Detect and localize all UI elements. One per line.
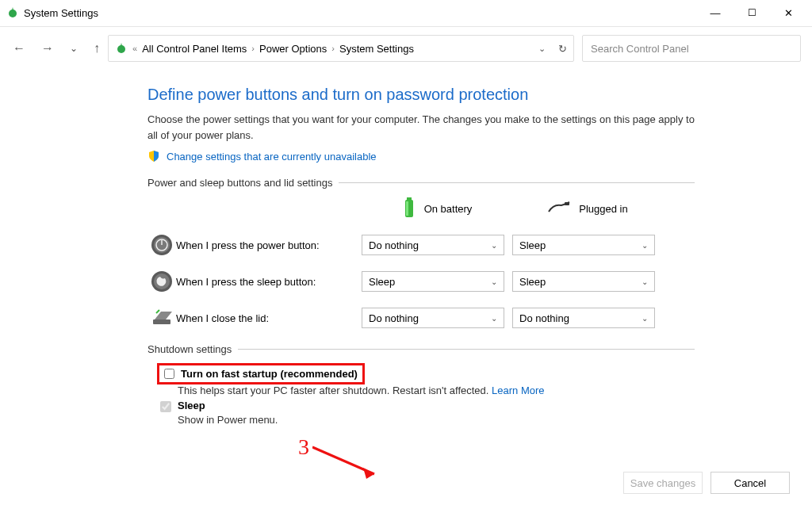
history-dropdown[interactable]: ⌄ [70, 43, 78, 54]
search-box[interactable] [582, 35, 801, 62]
power-column-headers: On battery Plugged in [147, 197, 788, 221]
chevron-right-icon: › [331, 44, 335, 53]
close-lid-label: When I close the lid: [176, 312, 362, 324]
close-lid-row: When I close the lid: Do nothing ⌄ Do no… [147, 305, 788, 331]
svg-rect-4 [406, 201, 408, 216]
sleep-button-plugged-select[interactable]: Sleep ⌄ [512, 271, 655, 292]
maximize-button[interactable]: ☐ [741, 7, 763, 19]
chevron-down-icon: ⌄ [642, 314, 648, 323]
chevron-down-icon: ⌄ [642, 277, 648, 286]
search-input[interactable] [591, 43, 792, 55]
fast-startup-row: Turn on fast startup (recommended) This … [147, 363, 788, 396]
cancel-button[interactable]: Cancel [710, 472, 790, 494]
sleep-button-icon [147, 269, 176, 294]
svg-point-1 [117, 45, 125, 53]
close-button[interactable]: ✕ [777, 7, 799, 19]
window-title: System Settings [24, 7, 98, 19]
content-area: Define power buttons and turn on passwor… [0, 70, 812, 469]
page-subtitle: Choose the power settings that you want … [147, 112, 695, 143]
close-lid-battery-select[interactable]: Do nothing ⌄ [362, 308, 504, 328]
annotation-arrow-3 [312, 442, 392, 482]
breadcrumb-item[interactable]: System Settings [339, 43, 414, 55]
svg-line-15 [312, 447, 374, 474]
sleep-label: Sleep [178, 400, 205, 411]
sleep-button-label: When I press the sleep button: [176, 276, 362, 288]
battery-icon [402, 197, 416, 221]
chevron-down-icon: ⌄ [491, 241, 497, 250]
navigation-bar: ← → ⌄ ↑ « All Control Panel Items › Powe… [0, 27, 812, 70]
sleep-desc: Show in Power menu. [178, 414, 788, 426]
fast-startup-label: Turn on fast startup (recommended) [181, 368, 358, 380]
svg-point-0 [9, 10, 17, 17]
svg-rect-5 [565, 202, 569, 205]
lid-icon [147, 305, 176, 331]
breadcrumb-item[interactable]: Power Options [259, 43, 327, 55]
sleep-button-battery-select[interactable]: Sleep ⌄ [362, 271, 504, 292]
change-settings-link[interactable]: Change settings that are currently unava… [167, 151, 377, 163]
fast-startup-checkbox[interactable] [164, 369, 174, 379]
on-battery-label: On battery [424, 203, 473, 215]
sleep-checkbox[interactable] [160, 401, 171, 412]
power-button-label: When I press the power button: [176, 239, 362, 251]
titlebar: System Settings — ☐ ✕ [0, 0, 812, 27]
power-button-icon [147, 232, 176, 258]
annotation-3: 3 [298, 434, 309, 460]
chevron-down-icon: ⌄ [491, 314, 497, 323]
breadcrumb[interactable]: « All Control Panel Items › Power Option… [108, 35, 574, 62]
fast-startup-desc: This helps start your PC faster after sh… [178, 384, 788, 396]
chevron-left-icon: « [132, 44, 137, 53]
footer-buttons: Save changes Cancel [623, 472, 790, 494]
plugged-in-label: Plugged in [579, 203, 627, 215]
svg-marker-16 [363, 468, 374, 479]
app-icon [6, 6, 19, 21]
page-title: Define power buttons and turn on passwor… [147, 86, 788, 104]
svg-rect-11 [153, 319, 170, 324]
up-button[interactable]: ↑ [94, 41, 100, 55]
refresh-button[interactable]: ↻ [558, 43, 567, 55]
breadcrumb-icon [115, 41, 128, 56]
section-power-sleep: Power and sleep buttons and lid settings [147, 177, 695, 189]
back-button[interactable]: ← [13, 41, 25, 55]
minimize-button[interactable]: — [704, 7, 726, 19]
power-button-row: When I press the power button: Do nothin… [147, 232, 788, 258]
sleep-button-row: When I press the sleep button: Sleep ⌄ S… [147, 269, 788, 294]
svg-rect-3 [407, 197, 412, 200]
chevron-right-icon: › [251, 44, 255, 53]
close-lid-plugged-select[interactable]: Do nothing ⌄ [512, 308, 655, 328]
breadcrumb-item[interactable]: All Control Panel Items [142, 43, 247, 55]
power-button-battery-select[interactable]: Do nothing ⌄ [362, 235, 504, 255]
power-button-plugged-select[interactable]: Sleep ⌄ [512, 235, 655, 255]
learn-more-link[interactable]: Learn More [492, 384, 544, 396]
chevron-down-icon: ⌄ [491, 277, 497, 286]
shield-icon [147, 150, 160, 163]
chevron-down-icon: ⌄ [642, 241, 648, 250]
breadcrumb-dropdown[interactable]: ⌄ [538, 44, 546, 54]
annotation-highlight-2: Turn on fast startup (recommended) [157, 363, 365, 384]
section-shutdown: Shutdown settings [147, 343, 695, 355]
save-button[interactable]: Save changes [623, 472, 703, 494]
sleep-row: Sleep [160, 400, 788, 412]
plug-icon [547, 201, 571, 217]
forward-button[interactable]: → [41, 41, 54, 55]
